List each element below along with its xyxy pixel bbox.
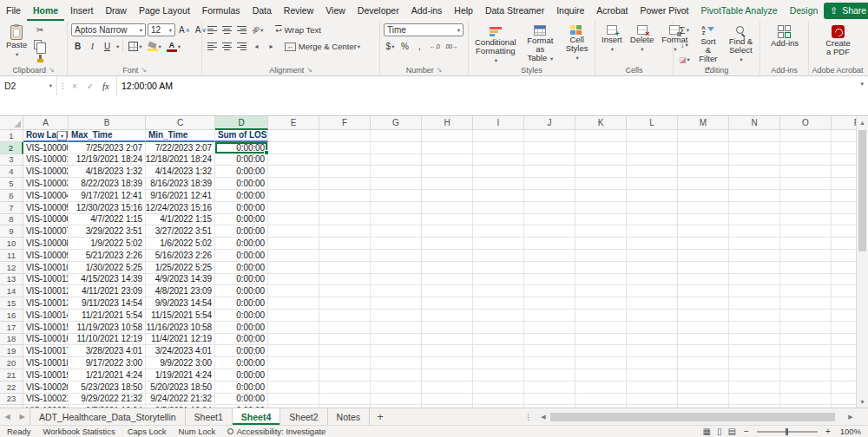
menu-tab-formulas[interactable]: Formulas bbox=[196, 0, 247, 21]
formula-cancel-button[interactable]: × bbox=[68, 78, 82, 94]
column-header-h[interactable]: H bbox=[422, 116, 473, 130]
cell-j20[interactable] bbox=[524, 357, 575, 369]
cell-p11[interactable] bbox=[832, 250, 856, 262]
wrap-text-button[interactable]: ↩ Wrap Text bbox=[273, 23, 323, 36]
cell-j12[interactable] bbox=[524, 262, 575, 274]
cell-b23[interactable]: 9/29/2022 21:32 bbox=[69, 394, 146, 406]
cell-p9[interactable] bbox=[832, 225, 856, 238]
cell-k3[interactable] bbox=[575, 154, 627, 166]
cell-f1[interactable] bbox=[319, 130, 371, 142]
cell-j22[interactable] bbox=[524, 382, 575, 394]
cell-k22[interactable] bbox=[575, 382, 627, 394]
cell-a13[interactable]: VIS-100011 bbox=[23, 274, 69, 286]
zoom-in-button[interactable]: + bbox=[824, 427, 832, 436]
decrease-decimal-button[interactable]: .00→ bbox=[443, 40, 459, 53]
cell-m16[interactable] bbox=[678, 310, 729, 322]
cell-c15[interactable]: 9/9/2023 14:54 bbox=[146, 297, 215, 310]
cell-l17[interactable] bbox=[627, 322, 678, 334]
column-header-e[interactable]: E bbox=[268, 116, 319, 130]
menu-tab-home[interactable]: Home bbox=[27, 0, 64, 21]
cell-o14[interactable] bbox=[780, 285, 832, 297]
vertical-scrollbar[interactable]: ▲ ▼ bbox=[856, 116, 868, 408]
cell-c21[interactable]: 1/19/2021 4:24 bbox=[146, 369, 215, 382]
cell-i10[interactable] bbox=[473, 238, 524, 250]
cell-d7[interactable]: 0:00:00 bbox=[215, 202, 268, 214]
cell-c12[interactable]: 1/25/2022 5:25 bbox=[146, 262, 215, 274]
cell-o20[interactable] bbox=[780, 357, 832, 369]
cell-h20[interactable] bbox=[422, 357, 473, 369]
alignment-dialog-launcher[interactable]: ↘ bbox=[306, 66, 312, 74]
cell-n21[interactable] bbox=[729, 369, 780, 382]
cell-g12[interactable] bbox=[371, 262, 422, 274]
row-header-23[interactable]: 23 bbox=[0, 394, 23, 406]
cell-o22[interactable] bbox=[780, 382, 832, 394]
row-header-2[interactable]: 2 bbox=[0, 142, 23, 154]
cell-n16[interactable] bbox=[729, 310, 780, 322]
cell-j8[interactable] bbox=[524, 214, 575, 226]
cell-e2[interactable] bbox=[268, 142, 319, 154]
cell-g13[interactable] bbox=[371, 274, 422, 286]
column-header-f[interactable]: F bbox=[319, 116, 371, 130]
cell-l11[interactable] bbox=[627, 250, 678, 262]
scroll-down-button[interactable]: ▼ bbox=[857, 395, 868, 408]
cell-a16[interactable]: VIS-100014 bbox=[23, 310, 69, 322]
cell-a14[interactable]: VIS-100012 bbox=[23, 285, 69, 297]
cell-h14[interactable] bbox=[422, 285, 473, 297]
formula-bar-expand-button[interactable]: ▾ bbox=[860, 81, 864, 88]
cell-n13[interactable] bbox=[729, 274, 780, 286]
cell-h12[interactable] bbox=[422, 262, 473, 274]
cell-f5[interactable] bbox=[319, 178, 371, 190]
cell-n17[interactable] bbox=[729, 322, 780, 334]
cell-e13[interactable] bbox=[268, 274, 319, 286]
cell-i14[interactable] bbox=[473, 285, 524, 297]
cell-h8[interactable] bbox=[422, 214, 473, 226]
cell-g15[interactable] bbox=[371, 297, 422, 310]
cell-o16[interactable] bbox=[780, 310, 832, 322]
cell-e11[interactable] bbox=[268, 250, 319, 262]
cell-b11[interactable]: 5/21/2023 2:26 bbox=[69, 250, 146, 262]
cell-j21[interactable] bbox=[524, 369, 575, 382]
column-header-a[interactable]: A bbox=[23, 116, 69, 130]
cell-i2[interactable] bbox=[473, 142, 524, 154]
fill-button[interactable]: ↓▾ bbox=[677, 38, 692, 51]
cell-g17[interactable] bbox=[371, 322, 422, 334]
cell-j15[interactable] bbox=[524, 297, 575, 310]
row-header-15[interactable]: 15 bbox=[0, 297, 23, 310]
autosum-button[interactable]: Σ▾ bbox=[677, 23, 692, 36]
cell-d15[interactable]: 0:00:00 bbox=[215, 297, 268, 310]
underline-button[interactable]: U bbox=[101, 40, 114, 53]
cell-l16[interactable] bbox=[627, 310, 678, 322]
cell-p3[interactable] bbox=[832, 154, 856, 166]
cell-m10[interactable] bbox=[678, 238, 729, 250]
sheet-tab-adt-healthcare-data-storytellin[interactable]: ADT_Healthcare_Data_Storytellin bbox=[30, 408, 186, 425]
row-header-6[interactable]: 6 bbox=[0, 190, 23, 202]
cell-l13[interactable] bbox=[627, 274, 678, 286]
cell-e23[interactable] bbox=[268, 394, 319, 406]
italic-button[interactable]: I bbox=[86, 40, 99, 53]
cell-l2[interactable] bbox=[627, 142, 678, 154]
cell-m8[interactable] bbox=[678, 214, 729, 226]
cell-a5[interactable]: VIS-100003 bbox=[23, 178, 69, 190]
cell-e14[interactable] bbox=[268, 285, 319, 297]
cell-j17[interactable] bbox=[524, 322, 575, 334]
cell-d5[interactable]: 0:00:00 bbox=[215, 178, 268, 190]
cell-n7[interactable] bbox=[729, 202, 780, 214]
cell-m23[interactable] bbox=[678, 394, 729, 406]
zoom-slider-thumb[interactable] bbox=[786, 428, 788, 435]
decrease-indent-button[interactable]: ◂ bbox=[250, 40, 263, 53]
cell-b8[interactable]: 4/7/2022 1:15 bbox=[69, 214, 146, 226]
fill-color-button[interactable]: ▾ bbox=[146, 40, 163, 53]
sheet-nav-left-button[interactable]: ◀ bbox=[0, 408, 15, 425]
cell-b13[interactable]: 4/15/2023 14:39 bbox=[69, 274, 146, 286]
cell-m5[interactable] bbox=[678, 178, 729, 190]
cell-k23[interactable] bbox=[575, 394, 627, 406]
cell-m21[interactable] bbox=[678, 369, 729, 382]
cell-j4[interactable] bbox=[524, 166, 575, 178]
cell-c23[interactable]: 9/24/2022 21:32 bbox=[146, 394, 215, 406]
row-header-1[interactable]: 1 bbox=[0, 130, 23, 142]
cell-p15[interactable] bbox=[832, 297, 856, 310]
sheet-tab-sheet1[interactable]: Sheet1 bbox=[186, 408, 233, 425]
cell-o17[interactable] bbox=[780, 322, 832, 334]
cell-e9[interactable] bbox=[268, 225, 319, 238]
cell-e15[interactable] bbox=[268, 297, 319, 310]
